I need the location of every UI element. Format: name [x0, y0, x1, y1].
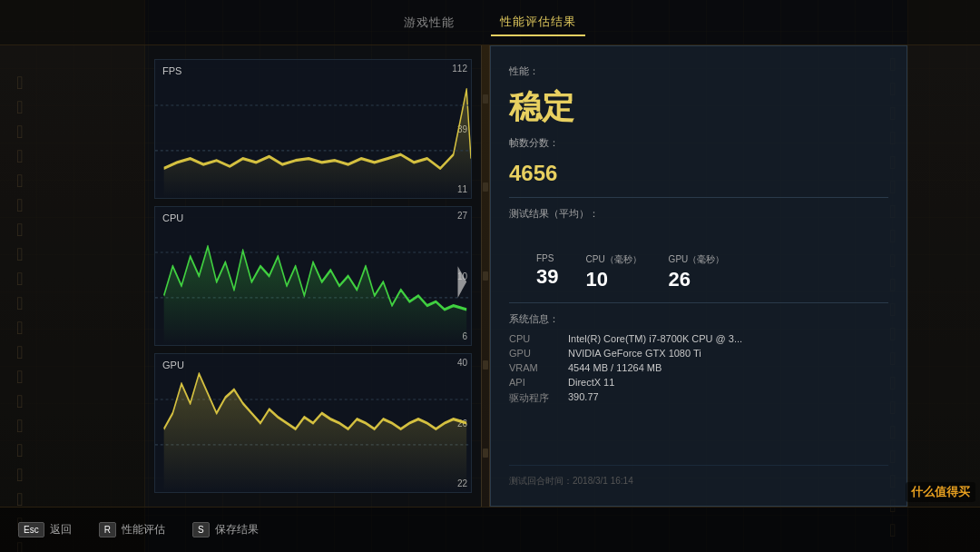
gpu-stat: GPU（毫秒） 26 [669, 253, 725, 291]
sys-cpu-val: Intel(R) Core(TM) i7-8700K CPU @ 3... [568, 333, 742, 344]
fps-chart-svg [155, 60, 471, 198]
s-key: S [192, 522, 210, 537]
gpu-chart: GPU 40 26 22 [154, 353, 472, 493]
divider [481, 45, 490, 507]
stats-row: 测试结果（平均）： FPS 39 CPU（毫秒） 10 GPU（毫秒） 26 [509, 197, 888, 291]
divider-mark-2 [483, 182, 488, 192]
hieroglyph-left: 𓂀𓃀𓄿𓅱𓆣𓇋𓈖𓉔𓊃𓋴𓌀𓍃𓎛𓏏𓐍𓀠𓁐𓂓𓃭𓄹 [9, 73, 30, 527]
sys-driver-key: 驱动程序 [509, 391, 559, 405]
sys-cpu-key: CPU [509, 333, 559, 344]
divider-mark-3 [483, 271, 488, 281]
performance-label: 性能： [509, 64, 888, 78]
bottom-bar: Esc 返回 R 性能评估 S 保存结果 [0, 507, 980, 552]
r-button[interactable]: R 性能评估 [99, 522, 165, 537]
fps-chart: FPS 112 39 11 [154, 59, 472, 199]
cpu-stat-value: 10 [585, 268, 641, 291]
esc-button[interactable]: Esc 返回 [18, 522, 72, 537]
r-key: R [99, 522, 116, 537]
sys-gpu-row: GPU NVIDIA GeForce GTX 1080 Ti [509, 348, 888, 359]
esc-label: 返回 [50, 522, 72, 537]
sys-gpu-val: NVIDIA GeForce GTX 1080 Ti [568, 348, 701, 359]
sys-cpu-row: CPU Intel(R) Core(TM) i7-8700K CPU @ 3..… [509, 333, 888, 344]
frames-label: 帧数分数： [509, 136, 888, 150]
sys-info-title: 系统信息： [509, 312, 888, 326]
fps-stat-value: 39 [536, 265, 558, 289]
gpu-chart-svg [155, 354, 471, 492]
s-button[interactable]: S 保存结果 [192, 522, 259, 537]
fps-stat: FPS 39 [536, 253, 558, 291]
sys-info: 系统信息： CPU Intel(R) Core(TM) i7-8700K CPU… [509, 302, 888, 409]
sys-api-row: API DirectX 11 [509, 377, 888, 388]
divider-mark-4 [483, 360, 488, 370]
s-label: 保存结果 [215, 522, 259, 537]
cpu-stat: CPU（毫秒） 10 [585, 253, 641, 291]
fps-stat-header: FPS [536, 253, 558, 263]
frames-value: 4656 [509, 161, 888, 186]
divider-mark-5 [483, 448, 488, 458]
sys-gpu-key: GPU [509, 348, 559, 359]
cpu-stat-header: CPU（毫秒） [585, 253, 641, 266]
svg-marker-5 [164, 246, 466, 345]
esc-key: Esc [18, 522, 44, 537]
cpu-chart: CPU 27 10 6 [154, 206, 472, 346]
gpu-label: GPU [162, 360, 184, 370]
sys-api-val: DirectX 11 [568, 377, 614, 388]
charts-area: FPS 112 39 11 CPU 27 10 [145, 45, 481, 507]
divider-mark-1 [483, 94, 488, 104]
tab-performance-result[interactable]: 性能评估结果 [491, 9, 585, 36]
svg-marker-9 [164, 374, 466, 492]
sys-vram-key: VRAM [509, 362, 559, 373]
fps-label: FPS [162, 65, 181, 76]
info-panel: 性能： 稳定 帧数分数： 4656 测试结果（平均）： FPS 39 CPU（毫… [490, 45, 907, 507]
tab-game-performance[interactable]: 游戏性能 [395, 10, 464, 35]
gpu-stat-header: GPU（毫秒） [669, 253, 725, 266]
performance-value: 稳定 [509, 89, 888, 125]
sys-driver-val: 390.77 [568, 391, 599, 405]
svg-marker-6 [458, 266, 467, 298]
r-label: 性能评估 [122, 522, 165, 537]
watermark: 什么值得买 [906, 482, 975, 502]
top-nav: 游戏性能 性能评估结果 [0, 0, 980, 45]
side-panel-right [907, 0, 980, 552]
cpu-chart-svg [155, 207, 471, 345]
sys-vram-row: VRAM 4544 MB / 11264 MB [509, 362, 888, 373]
sys-driver-row: 驱动程序 390.77 [509, 391, 888, 405]
sys-vram-val: 4544 MB / 11264 MB [568, 362, 662, 373]
main-content: FPS 112 39 11 CPU 27 10 [145, 45, 907, 507]
cpu-label: CPU [162, 212, 183, 223]
test-time: 测试回合时间：2018/3/1 16:14 [509, 465, 888, 488]
sys-api-key: API [509, 377, 559, 388]
gpu-stat-value: 26 [669, 268, 725, 291]
